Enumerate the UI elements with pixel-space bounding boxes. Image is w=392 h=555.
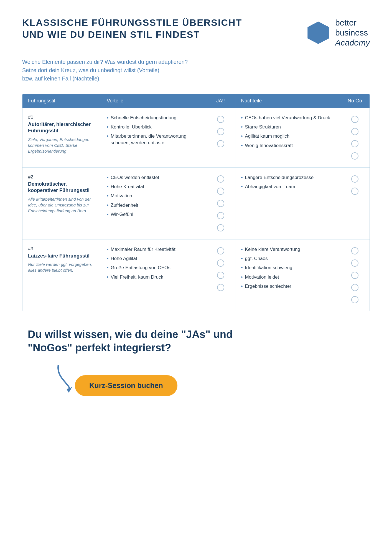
ja-radio[interactable]: [217, 188, 224, 195]
cta-heading: Du willst wissen, wie du deine "JAs" und…: [28, 328, 364, 354]
page-title: KLASSISCHE FÜHRUNGSSTILE ÜBERSICHT UND W…: [22, 17, 295, 40]
nogo-radio[interactable]: [351, 128, 358, 135]
style-title-3: Laizzes-faire Führungsstil: [28, 253, 95, 259]
list-item: Ergebnisse schlechter: [241, 283, 334, 290]
list-item: Starre Strukturen: [241, 124, 334, 131]
advantages-cell-2: CEOs werden entlastet Hohe Kreativität M…: [101, 168, 206, 239]
nogo-radio[interactable]: [351, 272, 358, 279]
ja-radio[interactable]: [217, 128, 224, 135]
nogo-radio[interactable]: [351, 116, 358, 123]
style-desc-3: Nur Ziele werden ggf. vorgegeben, alles …: [28, 261, 95, 273]
table-row: #1 Autoritärer, hierarchischer Führungss…: [22, 108, 370, 168]
table-row: #3 Laizzes-faire Führungsstil Nur Ziele …: [22, 239, 370, 311]
style-title-1: Autoritärer, hierarchischer Führungsstil: [28, 121, 95, 134]
header-title: KLASSISCHE FÜHRUNGSSTILE ÜBERSICHT UND W…: [22, 17, 295, 40]
ja-cell-3[interactable]: [206, 239, 235, 311]
nachteile-cell-2: Längere Entscheidungsprozesse Abhängigke…: [235, 168, 340, 239]
nogo-radio[interactable]: [351, 284, 358, 291]
list-item: Große Entlastung von CEOs: [107, 264, 200, 271]
nogo-cell-2[interactable]: [340, 168, 370, 239]
ja-radio[interactable]: [217, 140, 224, 147]
logo-text: better business Academy: [335, 18, 370, 48]
nachteile-cell-1: CEOs haben viel Verantwortung & Druck St…: [235, 108, 340, 168]
col-header-nogo: No Go: [340, 94, 370, 108]
nogo-radio[interactable]: [351, 259, 358, 267]
logo-hexagon-icon: [306, 20, 331, 45]
nogo-radio[interactable]: [351, 247, 358, 254]
style-number-1: #1: [28, 115, 95, 120]
list-item: Identifikation schwierig: [241, 264, 334, 271]
nogo-radio[interactable]: [351, 175, 358, 183]
cta-section: Du willst wissen, wie du deine "JAs" und…: [22, 328, 370, 396]
list-item: Viel Freiheit, kaum Druck: [107, 274, 200, 281]
advantages-cell-3: Maximaler Raum für Kreativität Hohe Agil…: [101, 239, 206, 311]
list-item: CEOs werden entlastet: [107, 174, 200, 181]
col-header-fuhrungsstil: Führungsstil: [22, 94, 101, 108]
list-item: Wir-Gefühl: [107, 211, 200, 218]
subtitle-text: Welche Elemente passen zu dir? Was würde…: [22, 58, 370, 83]
list-item: Hohe Agilität: [107, 255, 200, 262]
list-item: Schnelle Entscheidungsfindung: [107, 115, 200, 122]
list-item: Motivation leidet: [241, 274, 334, 281]
style-desc-1: Ziele, Vorgaben, Entscheidungen kommen v…: [28, 137, 95, 154]
page-header: KLASSISCHE FÜHRUNGSSTILE ÜBERSICHT UND W…: [22, 17, 370, 48]
list-item: Mitarbeiter:innen, die Verantwortung sch…: [107, 133, 200, 146]
nogo-radio[interactable]: [351, 188, 358, 195]
col-header-ja: JA!!: [206, 94, 235, 108]
list-item: Längere Entscheidungsprozesse: [241, 174, 334, 181]
table-row: #2 Demokratischer, kooperativer Führungs…: [22, 168, 370, 239]
style-cell-3: #3 Laizzes-faire Führungsstil Nur Ziele …: [22, 239, 101, 311]
style-desc-2: Alle Mitarbeiter:innen sind von der Idee…: [28, 196, 95, 214]
ja-cell-1[interactable]: [206, 108, 235, 168]
advantages-cell-1: Schnelle Entscheidungsfindung Kontrolle,…: [101, 108, 206, 168]
list-item: Agilität kaum möglich: [241, 133, 334, 140]
cta-button-group: Kurz-Session buchen: [50, 363, 364, 396]
list-item: Wenig Innovationskraft: [241, 142, 334, 149]
ja-radio[interactable]: [217, 284, 224, 291]
ja-radio[interactable]: [217, 212, 224, 219]
ja-radio[interactable]: [217, 116, 224, 123]
ja-radio[interactable]: [217, 224, 224, 231]
ja-radio[interactable]: [217, 200, 224, 207]
list-item: Motivation: [107, 193, 200, 200]
style-cell-2: #2 Demokratischer, kooperativer Führungs…: [22, 168, 101, 239]
list-item: ggf. Chaos: [241, 255, 334, 262]
style-number-3: #3: [28, 246, 95, 252]
ja-radio[interactable]: [217, 259, 224, 267]
list-item: Keine klare Verantwortung: [241, 246, 334, 253]
nachteile-cell-3: Keine klare Verantwortung ggf. Chaos Ide…: [235, 239, 340, 311]
list-item: Abhängigkeit vom Team: [241, 183, 334, 190]
list-item: Maximaler Raum für Kreativität: [107, 246, 200, 253]
nogo-cell-3[interactable]: [340, 239, 370, 311]
col-header-nachteile: Nachteile: [235, 94, 340, 108]
style-title-2: Demokratischer, kooperativer Führungssti…: [28, 181, 95, 194]
list-item: Zufriedenheit: [107, 202, 200, 209]
list-item: Kontrolle, Überblick: [107, 124, 200, 131]
ja-radio[interactable]: [217, 247, 224, 254]
list-item: CEOs haben viel Verantwortung & Druck: [241, 115, 334, 122]
nogo-cell-1[interactable]: [340, 108, 370, 168]
nogo-radio[interactable]: [351, 152, 358, 160]
nogo-radio[interactable]: [351, 140, 358, 147]
col-header-vorteile: Vorteile: [101, 94, 206, 108]
ja-radio[interactable]: [217, 175, 224, 183]
book-session-button[interactable]: Kurz-Session buchen: [75, 375, 177, 396]
svg-marker-0: [307, 22, 329, 44]
table-header-row: Führungsstil Vorteile JA!! Nachteile No …: [22, 94, 370, 108]
style-number-2: #2: [28, 174, 95, 180]
list-item: Hohe Kreativität: [107, 183, 200, 190]
ja-cell-2[interactable]: [206, 168, 235, 239]
nogo-radio[interactable]: [351, 296, 358, 303]
arrow-icon: [50, 363, 78, 393]
ja-radio[interactable]: [217, 272, 224, 279]
style-cell-1: #1 Autoritärer, hierarchischer Führungss…: [22, 108, 101, 168]
logo: better business Academy: [306, 18, 370, 48]
main-table: Führungsstil Vorteile JA!! Nachteile No …: [22, 94, 370, 311]
